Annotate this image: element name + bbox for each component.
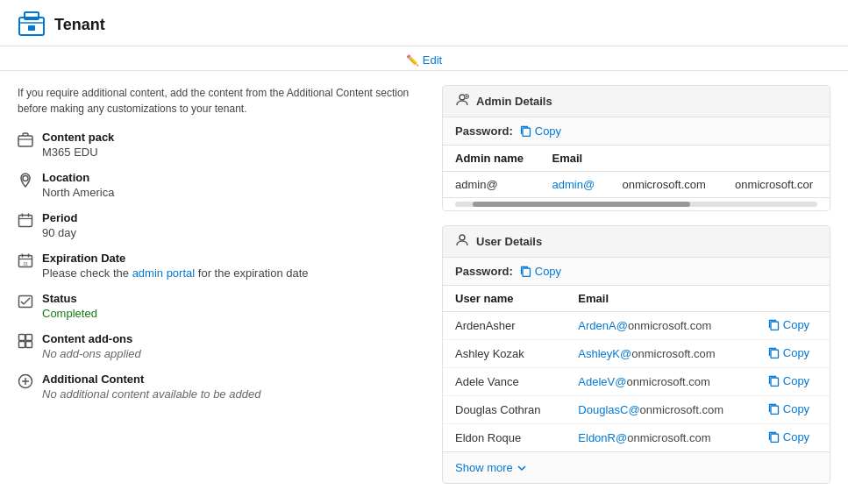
info-banner: If you require additional content, add t…: [18, 85, 421, 117]
svg-rect-20: [26, 335, 32, 341]
user-copy-cell: Copy: [756, 396, 830, 424]
user-email-cell: AshleyK@onmicrosoft.com: [566, 340, 755, 368]
user-table-row: Adele Vance AdeleV@onmicrosoft.com Copy: [443, 368, 830, 396]
left-panel: If you require additional content, add t…: [18, 85, 421, 498]
additional-value: No additional content available to be ad…: [42, 387, 260, 401]
user-row-copy-button-0[interactable]: Copy: [768, 318, 809, 331]
admin-card-header: Admin Details: [443, 86, 830, 117]
admin-scrollbar-thumb: [473, 202, 690, 207]
admin-scrollbar[interactable]: [443, 197, 830, 210]
user-row-copy-button-3[interactable]: Copy: [768, 402, 809, 415]
section-addons: Content add-ons No add-ons applied: [18, 332, 421, 360]
section-location: Location North America: [18, 171, 421, 199]
show-more-button[interactable]: Show more: [455, 461, 527, 474]
right-panel: Admin Details Password: Copy Admin name: [442, 85, 830, 498]
addons-content: Content add-ons No add-ons applied: [42, 332, 141, 360]
expiration-content: Expiration Date Please check the admin p…: [42, 252, 309, 280]
user-email-cell: EldonR@onmicrosoft.com: [566, 424, 755, 452]
admin-copy-password-button[interactable]: Copy: [520, 124, 561, 138]
package-icon: [18, 131, 35, 149]
svg-text:31: 31: [23, 261, 28, 266]
page-title: Tenant: [54, 16, 105, 34]
pencil-icon: ✏️: [406, 54, 419, 67]
location-icon: [18, 172, 35, 189]
location-label: Location: [42, 171, 114, 184]
admin-col-email: Email: [540, 146, 610, 172]
admin-email-domain-cell: onmicrosoft.com: [609, 172, 723, 198]
user-card-header: User Details: [443, 226, 830, 258]
svg-rect-33: [771, 322, 779, 330]
svg-rect-7: [19, 216, 32, 227]
user-copy-cell: Copy: [756, 368, 830, 396]
user-password-row: Password: Copy: [443, 258, 830, 286]
tenant-icon: [18, 11, 46, 39]
location-value: North America: [42, 186, 114, 199]
status-value: Completed: [42, 307, 97, 320]
user-table: User name Email ArdenAsher ArdenA@onmicr…: [443, 286, 830, 451]
user-table-row: ArdenAsher ArdenA@onmicrosoft.com Copy: [443, 312, 830, 340]
content-pack-value: M365 EDU: [42, 146, 114, 159]
addons-label: Content add-ons: [42, 332, 141, 345]
user-copy-cell: Copy: [756, 424, 830, 452]
additional-content: Additional Content No additional content…: [42, 373, 260, 401]
show-more-row: Show more: [443, 451, 830, 483]
expiration-label: Expiration Date: [42, 252, 309, 265]
edit-button[interactable]: ✏️ Edit: [406, 53, 442, 67]
user-name-cell: Adele Vance: [443, 368, 566, 396]
user-card-title: User Details: [476, 235, 542, 248]
svg-rect-21: [19, 342, 25, 348]
user-icon: [455, 233, 469, 250]
user-table-row: Ashley Kozak AshleyK@onmicrosoft.com Cop…: [443, 340, 830, 368]
admin-icon: [455, 93, 469, 110]
additional-icon: [18, 373, 35, 391]
content-pack-content: Content pack M365 EDU: [42, 131, 114, 159]
admin-portal-link[interactable]: admin portal: [132, 266, 196, 280]
admin-password-label: Password:: [455, 124, 513, 138]
admin-email-partial-cell: admin@: [540, 172, 610, 198]
user-details-card: User Details Password: Copy User name Em…: [442, 225, 830, 484]
admin-details-card: Admin Details Password: Copy Admin name: [442, 85, 830, 211]
svg-rect-32: [523, 268, 531, 277]
svg-rect-3: [28, 25, 35, 31]
svg-point-31: [460, 235, 465, 240]
user-name-cell: ArdenAsher: [443, 312, 566, 340]
period-label: Period: [42, 211, 77, 224]
section-expiration: 31 Expiration Date Please check the admi…: [18, 252, 421, 280]
expiration-value: Please check the admin portal for the ex…: [42, 266, 309, 280]
user-name-cell: Ashley Kozak: [443, 340, 566, 368]
calendar-icon: [18, 212, 35, 230]
show-more-label: Show more: [455, 461, 513, 474]
user-copy-password-button[interactable]: Copy: [520, 265, 561, 278]
svg-rect-37: [771, 434, 779, 443]
user-password-label: Password:: [455, 265, 513, 278]
admin-email-full-cell: onmicrosoft.cor: [723, 172, 830, 198]
main-content: If you require additional content, add t…: [0, 71, 848, 504]
admin-name-cell: admin@: [443, 172, 540, 198]
user-email-cell: AdeleV@onmicrosoft.com: [566, 368, 755, 396]
admin-col-email2: [609, 146, 723, 172]
user-col-name: User name: [443, 286, 566, 312]
svg-rect-19: [19, 335, 25, 341]
section-status: Status Completed: [18, 292, 421, 320]
addons-icon: [18, 333, 35, 351]
admin-table-scroll[interactable]: Admin name Email admin@ admin@ onmicroso…: [443, 146, 830, 210]
period-value: 90 day: [42, 226, 77, 239]
svg-line-18: [24, 298, 30, 304]
user-row-copy-button-2[interactable]: Copy: [768, 374, 809, 387]
addons-value: No add-ons applied: [42, 347, 141, 360]
user-col-email: Email: [566, 286, 755, 312]
admin-col-name: Admin name: [443, 146, 540, 172]
section-period: Period 90 day: [18, 211, 421, 239]
expiration-prefix: Please check the: [42, 266, 132, 280]
user-copy-cell: Copy: [756, 312, 830, 340]
page-header: Tenant: [0, 0, 848, 46]
svg-rect-30: [523, 128, 531, 137]
admin-scrollbar-track: [455, 202, 817, 207]
user-table-row: Eldon Roque EldonR@onmicrosoft.com Copy: [443, 424, 830, 452]
user-row-copy-button-4[interactable]: Copy: [768, 430, 809, 444]
section-additional: Additional Content No additional content…: [18, 373, 421, 401]
user-row-copy-button-1[interactable]: Copy: [768, 346, 809, 359]
section-content-pack: Content pack M365 EDU: [18, 131, 421, 159]
admin-table-row: admin@ admin@ onmicrosoft.com onmicrosof…: [443, 172, 830, 198]
svg-rect-34: [771, 350, 779, 358]
